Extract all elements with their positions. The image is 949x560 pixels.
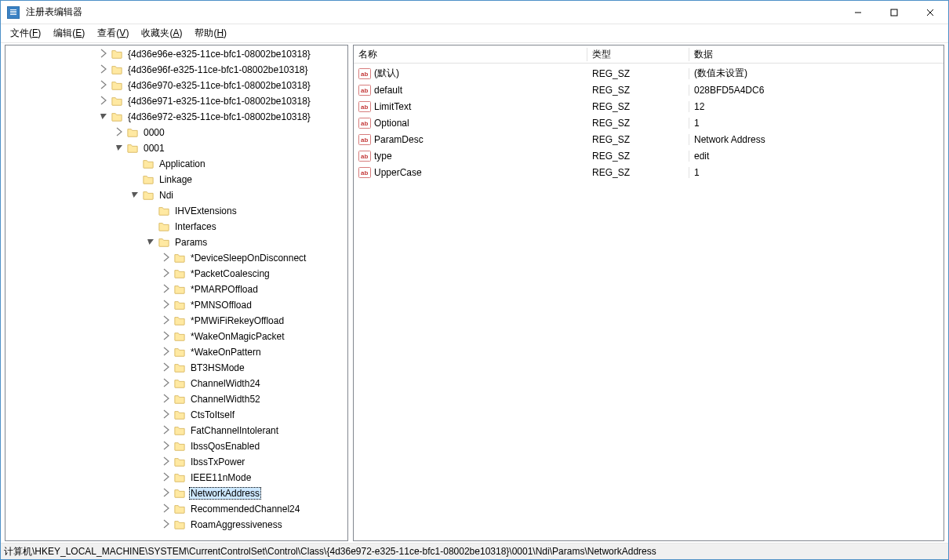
folder-icon bbox=[173, 441, 186, 452]
expander-icon[interactable] bbox=[129, 189, 142, 202]
tree-item-param-devicesleepondisconnect[interactable]: *DeviceSleepOnDisconnect bbox=[5, 250, 346, 266]
tree-item-param-ibsstxpower[interactable]: IbssTxPower bbox=[5, 454, 346, 470]
expander-icon[interactable] bbox=[161, 267, 173, 280]
tree-item-class-guid[interactable]: {4d36e96e-e325-11ce-bfc1-08002be10318} bbox=[5, 46, 346, 62]
string-value-icon bbox=[358, 166, 371, 179]
list-row[interactable]: LimitTextREG_SZ12 bbox=[354, 98, 944, 115]
folder-icon bbox=[173, 331, 186, 342]
folder-icon bbox=[173, 378, 186, 389]
tree-item-key-linkage[interactable]: Linkage bbox=[5, 172, 346, 187]
expander-icon[interactable] bbox=[98, 64, 111, 76]
tree-item-param-packetcoalescing[interactable]: *PacketCoalescing bbox=[5, 266, 346, 282]
expander-icon[interactable] bbox=[114, 142, 126, 155]
tree-item-label: *PMARPOffload bbox=[189, 283, 260, 296]
tree-item-label: {4d36e970-e325-11ce-bfc1-08002be10318} bbox=[126, 79, 312, 92]
tree-item-param-fatchannelintolerant[interactable]: FatChannelIntolerant bbox=[5, 423, 346, 438]
expander-icon[interactable] bbox=[161, 456, 173, 468]
tree-item-key-ndi[interactable]: Ndi bbox=[5, 187, 346, 203]
tree-item-param-roamaggressiveness[interactable]: RoamAggressiveness bbox=[5, 517, 346, 533]
value-data: (数值未设置) bbox=[689, 67, 944, 80]
value-name: default bbox=[374, 85, 402, 96]
tree-item-param-recommendedchannel24[interactable]: RecommendedChannel24 bbox=[5, 501, 346, 517]
value-type: REG_SZ bbox=[587, 151, 689, 162]
tree-item-param-wakeonpattern[interactable]: *WakeOnPattern bbox=[5, 344, 346, 360]
expander-icon[interactable] bbox=[161, 487, 173, 500]
expander-icon[interactable] bbox=[145, 236, 158, 249]
list-row[interactable]: (默认)REG_SZ(数值未设置) bbox=[354, 65, 944, 82]
tree-item-param-channelwidth52[interactable]: ChannelWidth52 bbox=[5, 391, 346, 407]
expander-icon[interactable] bbox=[161, 346, 173, 358]
list-scroll[interactable]: 名称 类型 数据 (默认)REG_SZ(数值未设置)defaultREG_SZ0… bbox=[354, 45, 944, 540]
menu-view[interactable]: 查看(V) bbox=[91, 25, 135, 42]
tree-item-param-channelwidth24[interactable]: ChannelWidth24 bbox=[5, 376, 346, 391]
expander-icon[interactable] bbox=[114, 126, 126, 139]
tree-item-param-pmwifirekeyoffload[interactable]: *PMWiFiRekeyOffload bbox=[5, 313, 346, 329]
close-button[interactable] bbox=[912, 1, 948, 24]
expander-icon[interactable] bbox=[161, 252, 173, 264]
list-row[interactable]: OptionalREG_SZ1 bbox=[354, 115, 944, 131]
tree-item-param-networkaddress[interactable]: NetworkAddress bbox=[5, 485, 346, 501]
tree-item-label: IHVExtensions bbox=[173, 205, 238, 217]
folder-icon bbox=[126, 127, 139, 138]
list-row[interactable]: defaultREG_SZ028BFD5A4DC6 bbox=[354, 82, 944, 98]
tree-item-param-pmnsoffload[interactable]: *PMNSOffload bbox=[5, 297, 346, 313]
string-value-icon bbox=[358, 100, 371, 113]
tree-item-key-0000[interactable]: 0000 bbox=[5, 125, 346, 140]
maximize-button[interactable] bbox=[876, 1, 912, 24]
tree-item-param-bt3hsmode[interactable]: BT3HSMode bbox=[5, 360, 346, 376]
folder-icon bbox=[173, 472, 186, 483]
expander-icon[interactable] bbox=[161, 283, 173, 296]
main-area: {4d36e96e-e325-11ce-bfc1-08002be10318}{4… bbox=[1, 43, 948, 543]
tree-item-label: {4d36e96f-e325-11ce-bfc1-08002be10318} bbox=[126, 64, 310, 76]
minimize-button[interactable] bbox=[840, 1, 876, 24]
tree-item-key-params[interactable]: Params bbox=[5, 235, 346, 250]
expander-icon[interactable] bbox=[161, 518, 173, 531]
expander-icon[interactable] bbox=[98, 111, 111, 123]
tree-item-param-pmarpoffload[interactable]: *PMARPOffload bbox=[5, 282, 346, 297]
tree-item-class-guid-972[interactable]: {4d36e972-e325-11ce-bfc1-08002be10318} bbox=[5, 109, 346, 125]
expander-icon[interactable] bbox=[98, 95, 111, 107]
col-header-name[interactable]: 名称 bbox=[354, 48, 587, 61]
tree-item-key-ihvextensions[interactable]: IHVExtensions bbox=[5, 203, 346, 219]
list-row[interactable]: ParamDescREG_SZNetwork Address bbox=[354, 131, 944, 147]
list-row[interactable]: UpperCaseREG_SZ1 bbox=[354, 164, 944, 180]
expander-icon[interactable] bbox=[161, 362, 173, 374]
expander-icon[interactable] bbox=[161, 330, 173, 343]
value-data: edit bbox=[689, 151, 944, 162]
col-header-data[interactable]: 数据 bbox=[689, 48, 944, 61]
tree-item-param-ieee11nmode[interactable]: IEEE11nMode bbox=[5, 470, 346, 485]
expander-icon[interactable] bbox=[161, 424, 173, 437]
expander-icon[interactable] bbox=[161, 299, 173, 311]
tree-item-param-ctstoitself[interactable]: CtsToItself bbox=[5, 407, 346, 423]
expander-icon[interactable] bbox=[161, 440, 173, 453]
tree-item-key-0001[interactable]: 0001 bbox=[5, 140, 346, 156]
menu-favorites[interactable]: 收藏夹(A) bbox=[135, 25, 188, 42]
expander-icon[interactable] bbox=[98, 48, 111, 60]
tree-item-key-application[interactable]: Application bbox=[5, 156, 346, 172]
tree-item-class-guid[interactable]: {4d36e971-e325-11ce-bfc1-08002be10318} bbox=[5, 93, 346, 109]
expander-icon[interactable] bbox=[161, 315, 173, 327]
menu-edit[interactable]: 编辑(E) bbox=[47, 25, 91, 42]
expander-icon[interactable] bbox=[161, 503, 173, 515]
tree-item-class-guid[interactable]: {4d36e96f-e325-11ce-bfc1-08002be10318} bbox=[5, 62, 346, 78]
tree-item-class-guid[interactable]: {4d36e970-e325-11ce-bfc1-08002be10318} bbox=[5, 78, 346, 93]
menu-file[interactable]: 文件(F) bbox=[4, 25, 47, 42]
expander-icon[interactable] bbox=[161, 409, 173, 421]
folder-icon bbox=[142, 190, 155, 201]
folder-icon bbox=[173, 409, 186, 420]
tree-scroll[interactable]: {4d36e96e-e325-11ce-bfc1-08002be10318}{4… bbox=[5, 45, 347, 540]
expander-icon[interactable] bbox=[161, 393, 173, 405]
window-title: 注册表编辑器 bbox=[24, 5, 840, 19]
expander-icon[interactable] bbox=[161, 471, 173, 484]
value-name: ParamDesc bbox=[374, 134, 424, 145]
tree-item-param-wakeonmagicpacket[interactable]: *WakeOnMagicPacket bbox=[5, 329, 346, 344]
expander-icon[interactable] bbox=[98, 79, 111, 92]
expander-icon[interactable] bbox=[161, 377, 173, 390]
list-row[interactable]: typeREG_SZedit bbox=[354, 147, 944, 164]
tree-item-key-interfaces[interactable]: Interfaces bbox=[5, 219, 346, 235]
col-header-type[interactable]: 类型 bbox=[587, 48, 689, 61]
tree-item-label: *PMWiFiRekeyOffload bbox=[189, 315, 285, 327]
tree-item-label: {4d36e972-e325-11ce-bfc1-08002be10318} bbox=[126, 111, 312, 123]
tree-item-param-ibssqosenabled[interactable]: IbssQosEnabled bbox=[5, 438, 346, 454]
menu-help[interactable]: 帮助(H) bbox=[188, 25, 233, 42]
